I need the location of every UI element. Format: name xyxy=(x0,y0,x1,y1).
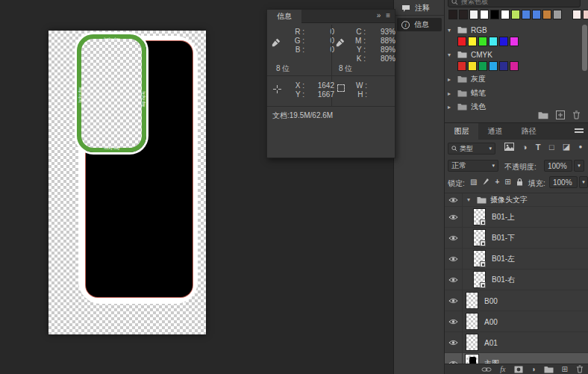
swatch[interactable] xyxy=(572,10,581,19)
chevron-right-icon[interactable]: ▸ xyxy=(448,90,454,97)
swatch[interactable] xyxy=(522,10,531,19)
visibility-toggle[interactable] xyxy=(445,249,463,269)
link-layers-icon[interactable] xyxy=(481,367,492,373)
new-group-icon[interactable] xyxy=(544,366,554,373)
visibility-toggle[interactable] xyxy=(445,311,463,331)
new-group-folder-icon[interactable] xyxy=(538,111,548,119)
swatch[interactable] xyxy=(480,10,489,19)
chevron-down-icon[interactable]: ▾ xyxy=(467,196,473,203)
tab-channels[interactable]: 通道 xyxy=(478,123,512,140)
layer-row[interactable]: B00 xyxy=(445,290,588,311)
new-layer-icon[interactable]: ⊞ xyxy=(562,365,568,373)
lock-image-pixels-icon[interactable] xyxy=(482,178,490,186)
swatch[interactable] xyxy=(457,37,466,46)
blend-mode-dropdown[interactable]: 正常 ▾ xyxy=(448,160,498,172)
fill-dropdown[interactable]: 100% xyxy=(549,176,578,188)
chevron-right-icon[interactable]: ▸ xyxy=(448,76,454,83)
swatch[interactable] xyxy=(457,61,466,71)
swatch[interactable] xyxy=(478,37,487,46)
chevron-right-icon[interactable]: ▸ xyxy=(448,104,454,110)
layer-thumbnail[interactable] xyxy=(466,334,478,351)
layer-row[interactable]: B01-左 xyxy=(445,249,588,269)
filter-shape-icon[interactable]: □ xyxy=(549,143,554,152)
swatch[interactable] xyxy=(532,10,541,19)
canvas-document[interactable]: lucky day lucky day lucky day lucky day xyxy=(49,31,206,334)
swatches-scrollbar[interactable] xyxy=(582,25,587,71)
lock-all-icon[interactable] xyxy=(516,178,523,186)
tab-paths[interactable]: 路径 xyxy=(512,123,545,140)
layer-thumbnail[interactable] xyxy=(466,313,478,330)
filter-adjustment-icon[interactable]: ◑ xyxy=(522,143,528,152)
opacity-chevron-button[interactable]: ▾ xyxy=(574,160,584,172)
fill-chevron-button[interactable]: ▾ xyxy=(579,176,588,188)
layer-thumbnail[interactable] xyxy=(473,271,486,288)
swatch[interactable] xyxy=(499,37,508,46)
visibility-toggle[interactable] xyxy=(445,228,463,248)
adjustment-layer-icon[interactable]: ◑ xyxy=(531,365,536,373)
chevron-down-icon[interactable]: ▾ xyxy=(448,27,454,34)
swatch-group-grayscale[interactable]: ▸ 灰度 xyxy=(448,74,581,84)
filter-pixel-layers-icon[interactable] xyxy=(504,143,514,151)
eye-icon xyxy=(448,235,458,241)
tab-layers[interactable]: 图层 xyxy=(445,123,478,140)
layer-row[interactable]: B01-下 xyxy=(445,228,588,249)
b-value: 0 xyxy=(304,46,334,54)
visibility-toggle[interactable] xyxy=(445,332,463,352)
swatch[interactable] xyxy=(553,10,562,19)
panel-menu-icon[interactable] xyxy=(575,128,584,130)
swatch[interactable] xyxy=(489,37,498,46)
dock-info-button[interactable]: i 信息 xyxy=(397,18,442,31)
swatch-group-rgb[interactable]: ▾ RGB xyxy=(448,25,581,35)
swatch[interactable] xyxy=(448,10,457,19)
swatch[interactable] xyxy=(542,10,551,19)
filter-smart-object-icon[interactable]: ◪ xyxy=(563,142,570,152)
swatch[interactable] xyxy=(490,10,499,19)
filter-pin-icon[interactable]: ● xyxy=(579,143,583,150)
swatch[interactable] xyxy=(468,61,477,71)
swatch-search-input[interactable]: 搜索色板 xyxy=(448,0,581,7)
chevron-down-icon[interactable]: ▾ xyxy=(448,52,454,58)
layer-style-icon[interactable]: fx xyxy=(500,365,505,373)
layer-mask-icon[interactable] xyxy=(514,366,523,373)
visibility-toggle[interactable] xyxy=(445,290,463,311)
swatch[interactable] xyxy=(469,10,478,19)
dock-notes-button[interactable]: 注释 xyxy=(397,1,442,15)
swatch[interactable] xyxy=(499,61,508,71)
swatch[interactable] xyxy=(511,10,520,19)
visibility-toggle[interactable] xyxy=(445,269,463,290)
visibility-toggle[interactable] xyxy=(445,207,463,227)
layer-thumbnail[interactable] xyxy=(473,250,486,267)
filter-kind-dropdown[interactable]: 类型 ▾ xyxy=(448,143,495,155)
layer-row[interactable]: B01-上 xyxy=(445,207,588,228)
swatch[interactable] xyxy=(583,10,588,19)
swatch[interactable] xyxy=(489,61,498,71)
swatch[interactable] xyxy=(501,10,510,19)
layer-row[interactable]: B01-右 xyxy=(445,269,588,290)
new-swatch-icon[interactable] xyxy=(556,110,565,119)
lock-transparent-pixels-icon[interactable]: ▨ xyxy=(470,178,477,186)
chevron-down-icon: ▾ xyxy=(582,179,585,185)
swatch[interactable] xyxy=(510,61,519,71)
layer-row[interactable]: A00 xyxy=(445,311,588,332)
visibility-toggle[interactable] xyxy=(445,193,463,206)
swatch[interactable] xyxy=(510,37,519,46)
swatch-group-cmyk[interactable]: ▾ CMYK xyxy=(448,49,581,60)
swatch-group-crayon[interactable]: ▸ 蜡笔 xyxy=(448,88,581,99)
trash-icon[interactable] xyxy=(572,110,581,119)
lock-artboard-icon[interactable]: ⊞ xyxy=(504,178,510,186)
delete-layer-icon[interactable] xyxy=(576,365,584,373)
layer-group-row[interactable]: ▾ 摄像头文字 xyxy=(445,193,588,207)
swatch[interactable] xyxy=(459,10,468,19)
swatch[interactable] xyxy=(478,61,487,71)
layer-thumbnail[interactable] xyxy=(466,292,478,309)
layer-thumbnail[interactable] xyxy=(473,208,486,225)
info-panel-tab[interactable]: 信息 xyxy=(267,10,301,23)
swatch[interactable] xyxy=(468,37,477,46)
panel-collapse-menu-icons[interactable]: » ≡ xyxy=(377,11,392,19)
opacity-dropdown[interactable]: 100% xyxy=(544,160,572,172)
lock-position-icon[interactable]: + xyxy=(495,178,499,186)
layer-row[interactable]: A01 xyxy=(445,332,588,353)
camera-label-top: lucky day xyxy=(104,37,119,41)
filter-type-icon[interactable]: T xyxy=(536,143,541,152)
layer-thumbnail[interactable] xyxy=(473,229,486,246)
